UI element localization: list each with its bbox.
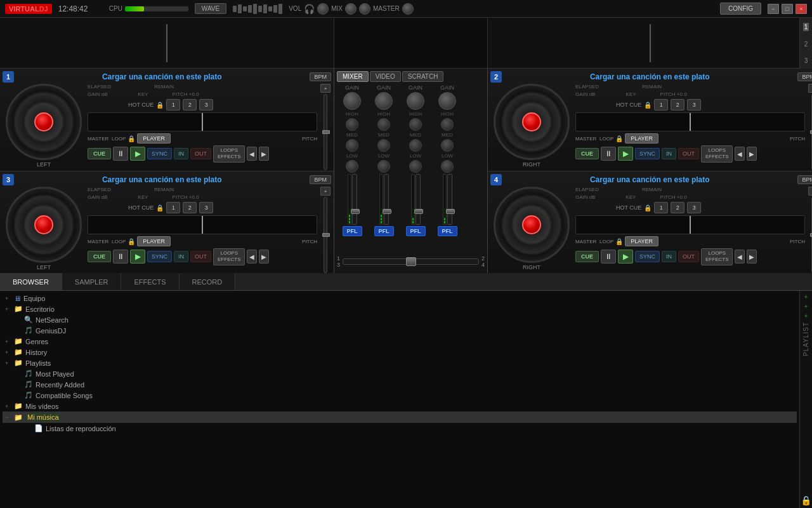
deck-2-play-button[interactable]: ▶ [618,147,633,161]
deck-4-in-button[interactable]: IN [662,251,676,262]
deck-3-sync-button[interactable]: SYNC [147,251,172,262]
mixer-ch2-fader[interactable] [384,174,389,225]
deck-4-sync-button[interactable]: SYNC [635,251,660,262]
deck-3-play-button[interactable]: ▶ [130,250,145,264]
deck-1-loops-effects-button[interactable]: LOOPS EFFECTS [213,145,245,163]
mixer-ch4-med-knob[interactable] [441,139,454,152]
tree-item-recently-added[interactable]: 🎵 Recently Added [13,379,797,390]
deck-3-bpm-button[interactable]: BPM [310,175,331,184]
deck-1-turntable[interactable] [6,84,82,160]
mixer-ch2-med-knob[interactable] [377,139,390,152]
master-knob-left[interactable] [359,3,370,15]
deck-2-hotcue-2[interactable]: 2 [671,99,684,110]
deck-4-bpm-button[interactable]: BPM [797,175,812,184]
deck-2-out-button[interactable]: OUT [678,148,699,159]
close-button[interactable]: × [796,4,807,14]
mixer-ch3-high-knob[interactable] [409,118,422,131]
mixer-ch3-med-knob[interactable] [409,139,422,152]
deck-3-in-button[interactable]: IN [174,251,188,262]
deck-3-loops-effects-button[interactable]: LOOPS EFFECTS [213,248,245,265]
deck-2-pause-button[interactable]: ⏸ [601,147,616,161]
deck-2-hotcue-3[interactable]: 3 [687,99,701,110]
mixer-ch1-pfl[interactable]: PFL [343,226,362,236]
minimize-button[interactable]: − [768,4,779,14]
deck-1-hotcue-2[interactable]: 2 [183,99,197,110]
deck-2-hotcue-1[interactable]: 1 [654,99,668,110]
deck-3-out-button[interactable]: OUT [190,251,211,262]
deck-4-cue-button[interactable]: CUE [575,251,599,262]
deck-4-loops-effects-button[interactable]: LOOPS EFFECTS [701,248,733,265]
deck-2-in-button[interactable]: IN [662,148,676,159]
deck-3-turntable[interactable] [6,187,82,263]
mixer-ch4-gain-knob[interactable] [438,92,456,110]
tree-item-geniusdj[interactable]: 🎵 GeniusDJ [13,325,797,336]
tree-item-history[interactable]: + 📁 History [3,347,797,358]
deck-4-pitch-up[interactable]: + [808,187,812,196]
wave-button[interactable]: WAVE [195,3,226,14]
deck-2-arrow-left[interactable]: ◀ [735,147,745,161]
tree-item-equipo[interactable]: + 🖥 Equipo [3,293,797,304]
mixer-ch4-pfl[interactable]: PFL [438,226,457,236]
deck-4-hotcue-2[interactable]: 2 [671,202,684,213]
tree-item-mi-musica[interactable]: − 📁 Mi música [3,411,797,423]
lock-icon[interactable]: 🔒 [801,495,811,505]
mixer-ch4-low-knob[interactable] [441,160,454,173]
deck-4-turntable[interactable] [494,187,570,263]
deck-3-pitch-up[interactable]: + [320,187,331,196]
deck-4-out-button[interactable]: OUT [678,251,699,262]
browser-tab-record[interactable]: RECORD [180,273,236,290]
deck-3-arrow-right[interactable]: ▶ [259,250,269,264]
tree-item-netsearch[interactable]: 🔍 NetSearch [13,314,797,325]
maximize-button[interactable]: □ [782,4,793,14]
wave-num-3[interactable]: 3 [804,57,808,64]
mixer-ch3-gain-knob[interactable] [407,92,424,110]
deck-2-arrow-right[interactable]: ▶ [747,147,757,161]
mixer-ch3-fader[interactable] [416,174,421,225]
deck-4-arrow-right[interactable]: ▶ [747,250,757,264]
mixer-ch1-fader[interactable] [352,174,357,225]
tree-item-listas[interactable]: 📄 Listas de reproducción [23,423,797,434]
deck-3-pitch-slider[interactable] [324,197,327,273]
browser-tab-browser[interactable]: BROWSER [0,273,62,290]
mixer-ch4-high-knob[interactable] [441,118,454,131]
deck-2-sync-button[interactable]: SYNC [635,148,660,159]
deck-1-play-button[interactable]: ▶ [130,147,145,161]
deck-4-player-button[interactable]: PLAYER [625,236,658,246]
deck-4-hotcue-3[interactable]: 3 [687,202,701,213]
deck-4-arrow-left[interactable]: ◀ [735,250,745,264]
mixer-tab-scratch[interactable]: SCRATCH [402,71,444,82]
deck-1-pitch-up[interactable]: + [320,84,331,93]
deck-1-pause-button[interactable]: ⏸ [113,147,128,161]
mixer-tab-mixer[interactable]: MIXER [337,71,369,82]
browser-tab-effects[interactable]: EFFECTS [121,273,179,290]
deck-1-arrow-right[interactable]: ▶ [259,147,269,161]
tree-item-most-played[interactable]: 🎵 Most Played [13,368,797,379]
deck-3-pause-button[interactable]: ⏸ [113,250,128,264]
tree-item-genres[interactable]: + 📁 Genres [3,336,797,347]
vol-knob[interactable] [317,3,329,15]
browser-tab-sampler[interactable]: SAMPLER [62,273,122,290]
mixer-ch1-high-knob[interactable] [346,118,358,131]
config-button[interactable]: CONFIG [720,3,761,15]
mixer-ch2-high-knob[interactable] [377,118,390,131]
deck-2-pitch-up[interactable]: + [808,84,812,93]
mixer-ch2-low-knob[interactable] [377,160,390,173]
add-icon-2[interactable]: + [804,303,808,310]
mixer-ch4-fader[interactable] [447,174,452,225]
mixer-ch1-gain-knob[interactable] [343,92,361,110]
deck-2-loops-effects-button[interactable]: LOOPS EFFECTS [701,145,733,163]
master-knob[interactable] [402,3,414,15]
add-icon-3[interactable]: + [804,312,808,319]
mixer-ch3-pfl[interactable]: PFL [406,226,426,236]
tree-item-mis-videos[interactable]: + 📁 Mis vídeos [3,401,797,411]
deck-1-in-button[interactable]: IN [174,148,188,159]
mixer-ch1-low-knob[interactable] [346,160,358,173]
deck-1-out-button[interactable]: OUT [190,148,211,159]
deck-1-hotcue-3[interactable]: 3 [199,99,213,110]
deck-3-hotcue-2[interactable]: 2 [183,202,197,213]
mixer-ch1-med-knob[interactable] [346,139,358,152]
deck-1-cue-button[interactable]: CUE [88,148,111,159]
deck-3-hotcue-1[interactable]: 1 [166,202,180,213]
deck-3-arrow-left[interactable]: ◀ [247,250,257,264]
deck-4-play-button[interactable]: ▶ [618,250,633,264]
